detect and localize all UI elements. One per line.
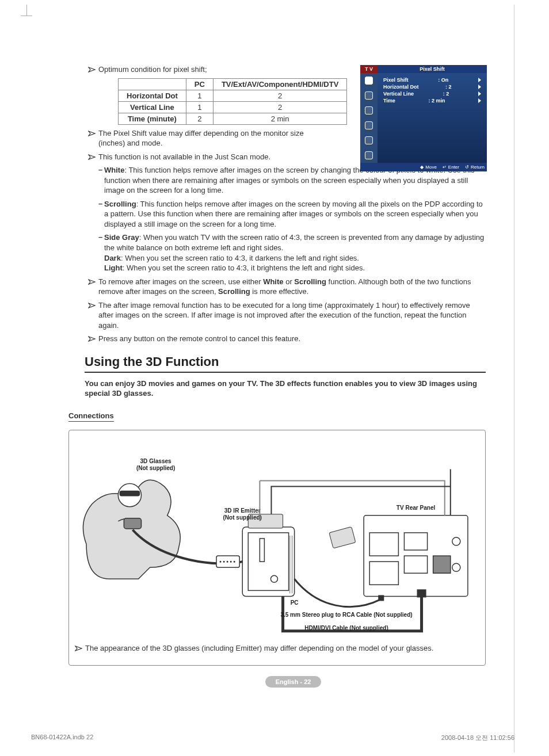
osd-row-value: : On — [438, 77, 448, 83]
bullet-arrow-icon — [88, 335, 98, 342]
table-cell: 2 — [186, 113, 213, 124]
svg-rect-25 — [378, 595, 384, 601]
svg-point-23 — [234, 561, 235, 562]
svg-rect-1 — [120, 491, 139, 496]
label-hdmi: HDMI/DVI Cable (Not supplied) — [304, 625, 388, 631]
desc-light: : When you set the screen ratio to 4:3, … — [123, 264, 365, 272]
dash-icon: – — [98, 232, 104, 273]
osd-move: Move — [425, 165, 437, 170]
sound-icon — [365, 91, 373, 100]
svg-point-21 — [227, 561, 228, 562]
enter-icon: ↵ — [443, 165, 447, 170]
dash-icon: – — [98, 199, 104, 230]
label-emitter2: (Not supplied) — [223, 514, 262, 521]
svg-point-19 — [220, 561, 221, 562]
table-cell: 1 — [186, 90, 213, 101]
osd-title: Pixel Shift — [378, 65, 487, 73]
section-title-3d: Using the 3D Function — [85, 354, 486, 373]
text-scrolling: Scrolling: This function helps remove af… — [104, 199, 486, 230]
text-remove-note: To remove after images on the screen, us… — [98, 277, 486, 297]
table-cell: 2 — [213, 90, 346, 101]
arrow-right-icon — [478, 78, 481, 82]
svg-point-6 — [270, 575, 277, 582]
label-dark: Dark — [104, 254, 121, 262]
text-longtime-note: The after image removal function has to … — [98, 300, 486, 331]
pixel-shift-table: PCTV/Ext/AV/Component/HDMI/DTV Horizonta… — [118, 78, 347, 125]
bullet-arrow-icon — [88, 130, 98, 137]
osd-row-label: Pixel Shift — [383, 77, 409, 83]
osd-menu-list: Pixel Shift: On Horizontal Dot: 2 Vertic… — [378, 73, 487, 163]
label-sidegray: Side Gray — [104, 233, 139, 242]
table-col-other: TV/Ext/AV/Component/HDMI/DTV — [213, 78, 346, 90]
arrow-right-icon — [478, 91, 481, 96]
page-footer: English - 22 — [101, 676, 486, 688]
label-glasses2: (Not supplied) — [136, 465, 175, 472]
bullet-arrow-icon — [75, 645, 85, 652]
page-number-badge: English - 22 — [265, 676, 322, 688]
dash-icon: – — [98, 165, 104, 196]
svg-rect-15 — [433, 556, 451, 573]
osd-row-value: : 2 — [443, 91, 449, 97]
svg-rect-4 — [248, 533, 288, 590]
arrow-right-icon — [478, 98, 481, 103]
label-rear: TV Rear Panel — [396, 505, 436, 511]
diagram-svg: 3D Glasses (Not supplied) 3D IR Emi — [75, 441, 479, 642]
svg-rect-2 — [124, 518, 141, 529]
print-footer-right: 2008-04-18 오전 11:02:56 — [441, 734, 514, 742]
subheading-connections: Connections — [68, 411, 114, 422]
osd-enter: Enter — [448, 165, 459, 170]
osd-row-label: Time — [383, 98, 395, 104]
osd-tv-label: T V — [360, 65, 378, 73]
bullet-arrow-icon — [88, 66, 98, 73]
setup-icon — [365, 121, 373, 129]
return-icon: ↺ — [465, 165, 469, 170]
osd-footer: ◆Move ↵Enter ↺Return — [360, 163, 487, 171]
bullet-arrow-icon — [88, 154, 98, 161]
label-pc: PC — [291, 600, 299, 606]
osd-row-value: : 2 — [445, 84, 452, 90]
input-icon — [365, 136, 373, 144]
digital-icon — [365, 151, 373, 159]
label-light: Light — [104, 264, 123, 272]
table-rowh: Vertical Line — [119, 101, 186, 113]
svg-rect-11 — [369, 533, 398, 556]
osd-pixel-shift-menu: T V Pixel Shift Pixel Shift: On Horizont… — [360, 65, 487, 171]
desc-sidegray: : When you watch TV with the screen rati… — [104, 233, 484, 252]
bullet-arrow-icon — [88, 278, 98, 285]
text-appearance-note: The appearance of the 3D glasses (includ… — [85, 643, 479, 654]
arrow-right-icon — [478, 85, 481, 89]
text-pixel-shift-note: The Pixel Shift value may differ dependi… — [98, 128, 318, 148]
channel-icon — [365, 106, 373, 114]
svg-point-22 — [230, 561, 231, 562]
svg-point-20 — [223, 561, 224, 562]
svg-rect-26 — [329, 527, 356, 549]
text-pressany: Press any button on the remote control t… — [98, 334, 486, 344]
print-footer: BN68-01422A.indb 22 2008-04-18 오전 11:02:… — [31, 734, 514, 742]
svg-rect-14 — [404, 556, 427, 573]
osd-row-label: Vertical Line — [383, 91, 414, 97]
table-cell: 2 — [213, 101, 346, 113]
table-rowh: Horizontal Dot — [119, 90, 186, 101]
svg-point-17 — [452, 563, 460, 571]
osd-category-icons — [360, 73, 378, 163]
svg-rect-24 — [417, 589, 426, 597]
text-sidegray: Side Gray: When you watch TV with the sc… — [104, 232, 486, 273]
label-scrolling: Scrolling — [104, 200, 136, 208]
updown-icon: ◆ — [420, 165, 424, 170]
table-rowh: Time (minute) — [119, 113, 186, 124]
table-cell: 2 min — [213, 113, 346, 124]
table-col-pc: PC — [186, 78, 213, 90]
picture-icon — [365, 77, 373, 85]
bullet-arrow-icon — [88, 302, 98, 309]
svg-rect-13 — [404, 533, 427, 550]
label-glasses: 3D Glasses — [140, 458, 172, 464]
svg-point-16 — [452, 537, 460, 545]
table-cell: 1 — [186, 101, 213, 113]
osd-row-value: : 2 min — [428, 98, 445, 104]
svg-rect-12 — [369, 562, 398, 585]
osd-return: Return — [471, 165, 485, 170]
desc-scrolling: : This function helps remove after image… — [104, 200, 483, 228]
osd-row-label: Horizontal Dot — [383, 84, 419, 90]
desc-dark: : When you set the screen ratio to 4:3, … — [121, 254, 359, 262]
print-footer-left: BN68-01422A.indb 22 — [31, 734, 93, 742]
